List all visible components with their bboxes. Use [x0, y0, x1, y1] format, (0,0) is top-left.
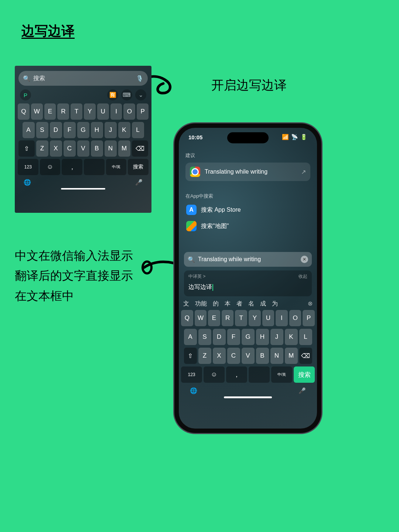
key-g[interactable]: G: [242, 329, 255, 345]
key-comma[interactable]: ，: [62, 159, 82, 175]
key-z[interactable]: Z: [36, 140, 48, 157]
dictation-icon[interactable]: 🎤: [299, 387, 306, 394]
key-f[interactable]: F: [64, 122, 76, 138]
key-d[interactable]: D: [213, 329, 226, 345]
key-b[interactable]: B: [256, 348, 269, 364]
search-input[interactable]: [33, 75, 133, 82]
candidate-delete-icon[interactable]: ⊗: [308, 300, 313, 308]
key-v[interactable]: V: [77, 140, 89, 157]
key-m[interactable]: M: [118, 140, 130, 157]
key-x[interactable]: X: [213, 348, 226, 364]
keyboard-mode-icon[interactable]: ⌨: [121, 89, 132, 100]
key-space[interactable]: [84, 159, 105, 175]
search-input-phone[interactable]: [198, 256, 298, 263]
key-x[interactable]: X: [50, 140, 62, 157]
key-q[interactable]: Q: [18, 103, 30, 120]
translate-mode-label[interactable]: 中译英 >: [188, 273, 205, 280]
key-w[interactable]: W: [31, 103, 43, 120]
key-t[interactable]: T: [235, 310, 247, 326]
key-123[interactable]: 123: [181, 366, 202, 383]
key-j[interactable]: J: [105, 122, 117, 138]
candidate[interactable]: 本: [225, 300, 231, 308]
key-language[interactable]: 中/英: [106, 159, 127, 175]
key-f[interactable]: F: [227, 329, 240, 345]
candidate[interactable]: 成: [260, 300, 266, 308]
candidate[interactable]: 文: [183, 300, 189, 308]
globe-icon[interactable]: 🌐: [24, 179, 31, 186]
key-q[interactable]: Q: [181, 310, 193, 326]
key-language[interactable]: 中/英: [271, 366, 292, 383]
key-search[interactable]: 搜索: [294, 366, 315, 383]
key-a[interactable]: A: [184, 329, 197, 345]
key-p[interactable]: P: [137, 103, 149, 120]
key-e[interactable]: E: [44, 103, 56, 120]
key-u[interactable]: U: [262, 310, 274, 326]
collapse-label[interactable]: 收起: [299, 273, 307, 280]
chevron-down-icon[interactable]: ⌄: [135, 89, 146, 100]
key-l[interactable]: L: [299, 329, 312, 345]
suggestion-row[interactable]: Translating while writing ↗: [185, 163, 310, 181]
wechat-ime-icon[interactable]: P: [20, 89, 31, 100]
key-a[interactable]: A: [23, 122, 35, 138]
key-b[interactable]: B: [91, 140, 103, 157]
key-comma[interactable]: ，: [226, 366, 247, 383]
key-emoji[interactable]: ☺: [204, 366, 225, 383]
key-delete[interactable]: ⌫: [299, 348, 312, 364]
key-space[interactable]: [249, 366, 270, 383]
key-delete[interactable]: ⌫: [132, 140, 148, 157]
candidate[interactable]: 功能: [195, 300, 207, 308]
dictation-icon[interactable]: 🎤: [135, 179, 143, 186]
key-v[interactable]: V: [242, 348, 255, 364]
key-emoji[interactable]: ☺: [40, 159, 61, 175]
spotlight-search-bar-phone[interactable]: 🔍 ✕: [184, 252, 312, 267]
translate-toggle-icon[interactable]: 🈶: [107, 89, 118, 100]
key-g[interactable]: G: [77, 122, 89, 138]
key-s[interactable]: S: [198, 329, 211, 345]
candidate[interactable]: 者: [236, 300, 242, 308]
open-external-icon[interactable]: ↗: [301, 168, 306, 175]
key-i[interactable]: I: [276, 310, 288, 326]
candidate[interactable]: 的: [213, 300, 219, 308]
search-maps-row[interactable]: 搜索"地图": [186, 221, 310, 231]
home-indicator[interactable]: [224, 396, 272, 398]
candidate-bar[interactable]: 文功能的本者名成为⊗: [179, 296, 317, 310]
key-s[interactable]: S: [36, 122, 48, 138]
key-search[interactable]: 搜索: [128, 159, 149, 175]
globe-icon[interactable]: 🌐: [190, 387, 197, 394]
key-c[interactable]: C: [64, 140, 76, 157]
key-r[interactable]: R: [222, 310, 234, 326]
key-u[interactable]: U: [97, 103, 109, 120]
key-w[interactable]: W: [195, 310, 207, 326]
key-c[interactable]: C: [227, 348, 240, 364]
key-o[interactable]: O: [123, 103, 135, 120]
key-k[interactable]: K: [285, 329, 298, 345]
key-y[interactable]: Y: [84, 103, 96, 120]
home-indicator[interactable]: [61, 188, 105, 190]
mic-icon[interactable]: 🎙️: [136, 75, 143, 82]
search-app-store-row[interactable]: A 搜索 App Store: [186, 205, 310, 215]
key-e[interactable]: E: [208, 310, 220, 326]
key-n[interactable]: N: [105, 140, 117, 157]
key-d[interactable]: D: [50, 122, 62, 138]
key-n[interactable]: N: [270, 348, 283, 364]
key-123[interactable]: 123: [18, 159, 38, 175]
key-y[interactable]: Y: [249, 310, 261, 326]
key-k[interactable]: K: [118, 122, 130, 138]
key-h[interactable]: H: [91, 122, 103, 138]
key-z[interactable]: Z: [198, 348, 211, 364]
clear-icon[interactable]: ✕: [301, 256, 308, 263]
key-l[interactable]: L: [132, 122, 144, 138]
key-shift[interactable]: ⇧: [18, 140, 35, 157]
key-i[interactable]: I: [110, 103, 122, 120]
candidate[interactable]: 为: [272, 300, 278, 308]
key-p[interactable]: P: [303, 310, 315, 326]
candidate[interactable]: 名: [248, 300, 254, 308]
key-t[interactable]: T: [71, 103, 82, 120]
key-h[interactable]: H: [256, 329, 269, 345]
key-o[interactable]: O: [289, 310, 301, 326]
key-j[interactable]: J: [270, 329, 283, 345]
spotlight-search-bar[interactable]: 🔍 🎙️: [18, 71, 148, 86]
key-r[interactable]: R: [57, 103, 69, 120]
key-shift[interactable]: ⇧: [184, 348, 197, 364]
key-m[interactable]: M: [285, 348, 298, 364]
